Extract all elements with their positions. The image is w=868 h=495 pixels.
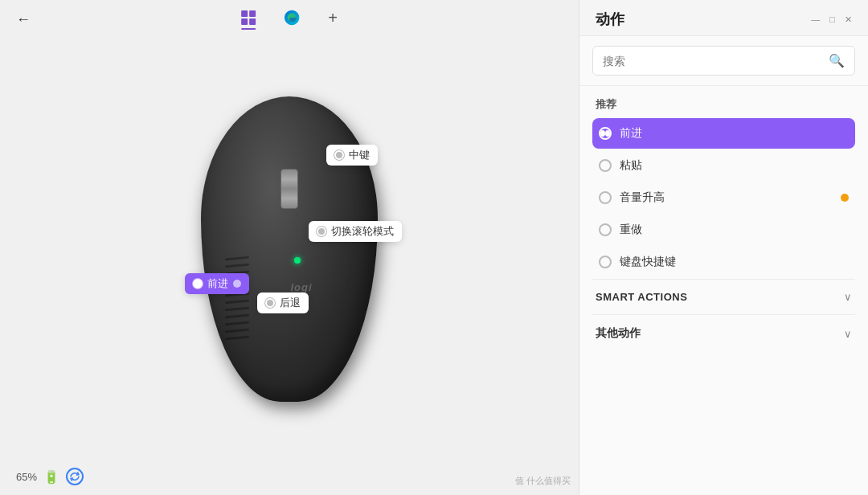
close-button[interactable]: ✕ bbox=[845, 14, 852, 25]
search-container: 🔍 bbox=[579, 36, 868, 86]
callout-qianjin-dot bbox=[233, 280, 241, 288]
mouse-body: logi bbox=[201, 96, 378, 402]
mouse-led bbox=[294, 257, 301, 264]
mouse-texture bbox=[225, 257, 249, 354]
apps-tab[interactable] bbox=[235, 7, 262, 33]
minimize-button[interactable]: — bbox=[811, 14, 820, 25]
right-panel: 动作 — □ ✕ 🔍 推荐 前进 粘贴 音 bbox=[579, 0, 868, 495]
callout-qianjin[interactable]: 前进 bbox=[185, 273, 249, 294]
callout-zhongjian-label: 中键 bbox=[349, 148, 370, 162]
callout-qianjin-label: 前进 bbox=[207, 276, 228, 291]
callout-qiehuangun[interactable]: 切换滚轮模式 bbox=[309, 221, 402, 242]
radio-chongzuo bbox=[599, 223, 612, 236]
action-item-zhantie[interactable]: 粘贴 bbox=[592, 150, 855, 181]
action-label-zhantie: 粘贴 bbox=[620, 158, 849, 173]
panel-title: 动作 bbox=[596, 10, 624, 29]
action-list: 推荐 前进 粘贴 音量升高 重做 键盘快捷键 bbox=[579, 86, 868, 495]
search-box: 🔍 bbox=[592, 46, 855, 76]
add-tab[interactable]: + bbox=[321, 6, 344, 34]
smart-actions-label: SMART ACTIONS bbox=[596, 291, 687, 303]
callout-houtui[interactable]: 后退 bbox=[257, 292, 309, 313]
callout-houtui-label: 后退 bbox=[280, 296, 301, 310]
maximize-button[interactable]: □ bbox=[829, 14, 835, 25]
plus-icon: + bbox=[328, 10, 338, 26]
window-controls: — □ ✕ bbox=[811, 14, 852, 25]
action-item-qianjin[interactable]: 前进 bbox=[592, 118, 855, 149]
smart-actions-section[interactable]: SMART ACTIONS ∨ bbox=[592, 279, 855, 314]
status-bar: 65% 🔋 bbox=[0, 458, 579, 495]
orange-dot-yinliang bbox=[841, 194, 849, 202]
sync-icon[interactable] bbox=[66, 468, 84, 485]
battery-icon: 🔋 bbox=[43, 469, 59, 485]
battery-percentage: 65% bbox=[16, 471, 37, 483]
action-label-chongzuo: 重做 bbox=[620, 223, 849, 237]
action-item-yinliang[interactable]: 音量升高 bbox=[592, 182, 855, 213]
search-input[interactable] bbox=[603, 55, 822, 68]
back-button[interactable]: ← bbox=[16, 11, 31, 28]
radio-zhantie bbox=[599, 159, 612, 172]
smart-actions-chevron-icon: ∨ bbox=[844, 291, 852, 303]
right-titlebar: 动作 — □ ✕ bbox=[579, 0, 868, 36]
edge-icon bbox=[283, 9, 301, 27]
recommended-section-title: 推荐 bbox=[592, 86, 855, 118]
edge-tab[interactable] bbox=[276, 6, 307, 35]
other-actions-section[interactable]: 其他动作 ∨ bbox=[592, 314, 855, 352]
callout-zhongjian[interactable]: 中键 bbox=[326, 145, 378, 166]
action-item-chongzuo[interactable]: 重做 bbox=[592, 215, 855, 245]
callout-qiehuangun-label: 切换滚轮模式 bbox=[331, 224, 394, 239]
other-actions-label: 其他动作 bbox=[596, 326, 641, 341]
mouse-wheel bbox=[280, 169, 298, 209]
radio-yinliang bbox=[599, 191, 612, 204]
radio-jianpan bbox=[599, 256, 612, 268]
mouse-logi: logi bbox=[290, 281, 312, 293]
toolbar-icons: + bbox=[235, 6, 344, 35]
other-actions-chevron-icon: ∨ bbox=[844, 328, 852, 340]
action-label-jianpan: 键盘快捷键 bbox=[620, 255, 849, 269]
action-label-yinliang: 音量升高 bbox=[620, 190, 833, 205]
mouse-container: logi 中键 bbox=[153, 80, 426, 418]
mouse-area: logi 中键 bbox=[0, 39, 579, 458]
search-icon: 🔍 bbox=[829, 53, 845, 68]
apps-grid-icon bbox=[241, 10, 256, 25]
action-label-qianjin: 前进 bbox=[620, 126, 849, 141]
radio-qianjin bbox=[599, 127, 612, 140]
action-item-jianpan[interactable]: 键盘快捷键 bbox=[592, 247, 855, 277]
left-panel: ← bbox=[0, 0, 579, 495]
toolbar: ← bbox=[0, 0, 579, 39]
watermark: 值 什么值得买 bbox=[515, 475, 571, 487]
